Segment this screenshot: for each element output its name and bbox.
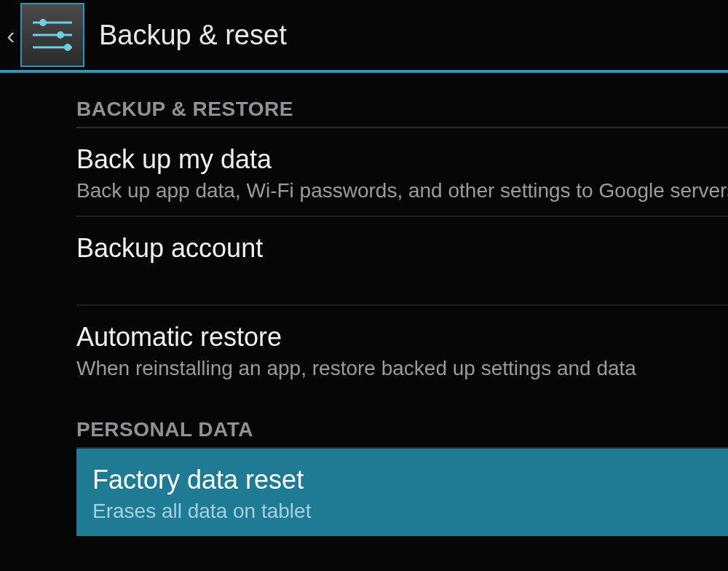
item-automatic-restore[interactable]: Automatic restore When reinstalling an a… xyxy=(76,306,728,393)
item-factory-data-reset[interactable]: Factory data reset Erases all data on ta… xyxy=(76,449,728,536)
action-bar: ‹ Backup & reset xyxy=(0,0,728,73)
item-backup-account[interactable]: Backup account xyxy=(76,217,728,306)
item-title: Factory data reset xyxy=(92,465,712,495)
section-header-backup-restore: BACKUP & RESTORE xyxy=(76,73,728,128)
section-header-personal-data: PERSONAL DATA xyxy=(76,393,728,449)
back-chevron-icon[interactable]: ‹ xyxy=(4,0,17,70)
item-title: Automatic restore xyxy=(76,322,728,353)
item-subtitle: Erases all data on tablet xyxy=(92,500,712,523)
svg-point-1 xyxy=(39,19,47,26)
svg-point-5 xyxy=(64,44,71,51)
settings-sliders-icon[interactable] xyxy=(20,3,84,67)
item-title: Backup account xyxy=(76,233,728,264)
settings-backup-reset-screen: ‹ Backup & reset BACKUP & RESTORE Back u… xyxy=(0,0,728,571)
settings-list: BACKUP & RESTORE Back up my data Back up… xyxy=(0,73,728,536)
svg-point-3 xyxy=(57,31,64,39)
item-back-up-my-data[interactable]: Back up my data Back up app data, Wi-Fi … xyxy=(76,128,728,217)
page-title: Backup & reset xyxy=(99,20,287,51)
item-title: Back up my data xyxy=(76,144,728,175)
item-subtitle: When reinstalling an app, restore backed… xyxy=(76,357,728,380)
item-subtitle: Back up app data, Wi-Fi passwords, and o… xyxy=(76,179,728,202)
